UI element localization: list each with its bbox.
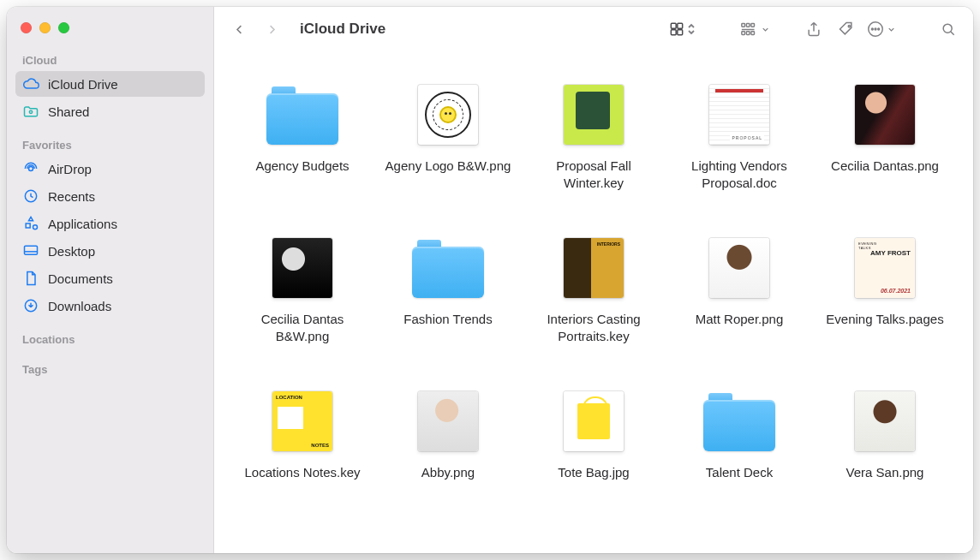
file-item[interactable]: Interiors Casting Portraits.key	[521, 232, 666, 344]
window-title: iCloud Drive	[300, 21, 385, 38]
svg-rect-10	[746, 24, 750, 27]
file-item[interactable]: Vera San.png	[812, 385, 958, 481]
svg-rect-13	[746, 32, 750, 35]
svg-point-17	[871, 28, 873, 30]
back-button[interactable]	[226, 17, 252, 41]
file-item[interactable]: AMY FROST06.07.2021 Evening Talks.pages	[812, 232, 958, 344]
file-item[interactable]: Lighting Vendors Proposal.doc	[666, 79, 812, 191]
clock-icon	[22, 188, 39, 205]
sidebar-item-label: Applications	[48, 217, 117, 231]
shared-folder-icon	[22, 103, 39, 120]
sidebar-item-downloads[interactable]: Downloads	[15, 293, 205, 319]
file-thumbnail	[564, 85, 624, 145]
file-item[interactable]: Cecilia Dantas.png	[812, 79, 958, 191]
grid-icon	[668, 21, 685, 38]
sidebar-item-documents[interactable]: Documents	[15, 265, 205, 291]
file-item[interactable]: Abby.png	[375, 385, 521, 481]
section-icloud-label: iCloud	[15, 49, 205, 70]
sidebar-item-label: Desktop	[48, 244, 95, 259]
window-controls	[15, 17, 205, 49]
file-item[interactable]: Agency Budgets	[230, 79, 375, 191]
sidebar: iCloud iCloud Drive Shared Favorites Air…	[7, 7, 214, 553]
svg-rect-11	[751, 24, 755, 27]
section-tags-label: Tags	[15, 358, 205, 379]
sidebar-item-label: iCloud Drive	[48, 77, 118, 92]
file-label: Fashion Trends	[403, 311, 492, 328]
section-favorites-label: Favorites	[15, 134, 205, 155]
file-grid-area: Agency Budgets Ageny Logo B&W.png Propos…	[214, 51, 973, 553]
file-label: Lighting Vendors Proposal.doc	[671, 158, 808, 191]
file-thumbnail	[272, 238, 332, 298]
file-item[interactable]: Talent Deck	[666, 385, 812, 481]
file-label: Matt Roper.png	[696, 311, 784, 328]
folder-icon	[412, 238, 484, 298]
svg-rect-8	[678, 30, 683, 35]
sidebar-item-applications[interactable]: Applications	[15, 211, 205, 236]
chevron-updown-icon	[687, 23, 696, 35]
file-label: Ageny Logo B&W.png	[385, 158, 511, 175]
folder-icon	[266, 85, 338, 145]
svg-point-18	[875, 28, 876, 30]
close-button[interactable]	[21, 22, 32, 33]
file-thumbnail	[418, 85, 478, 145]
sidebar-item-label: Documents	[48, 271, 113, 286]
file-item[interactable]: Cecilia Dantas B&W.png	[230, 232, 375, 344]
file-item[interactable]: Matt Roper.png	[666, 232, 812, 344]
file-thumbnail	[564, 238, 624, 298]
file-label: Evening Talks.pages	[826, 311, 943, 328]
chevron-down-icon	[887, 25, 896, 34]
file-label: Cecilia Dantas B&W.png	[234, 311, 371, 344]
file-thumbnail	[418, 391, 478, 451]
svg-rect-5	[671, 23, 676, 28]
sidebar-item-label: Shared	[48, 104, 89, 119]
file-thumbnail	[272, 391, 332, 451]
sidebar-item-airdrop[interactable]: AirDrop	[15, 156, 205, 182]
svg-rect-9	[742, 24, 745, 27]
file-label: Vera San.png	[846, 464, 924, 481]
file-label: Locations Notes.key	[244, 464, 360, 481]
file-item[interactable]: Proposal Fall Winter.key	[521, 79, 666, 191]
more-actions-button[interactable]	[866, 20, 896, 39]
chevron-down-icon	[761, 25, 770, 34]
sidebar-item-shared[interactable]: Shared	[15, 98, 205, 124]
search-button[interactable]	[935, 17, 961, 41]
sidebar-item-recents[interactable]: Recents	[15, 183, 205, 209]
desktop-icon	[22, 242, 39, 259]
tags-button[interactable]	[834, 17, 859, 41]
file-item[interactable]: Locations Notes.key	[230, 385, 375, 481]
svg-rect-3	[25, 246, 38, 254]
file-label: Talent Deck	[706, 464, 773, 481]
minimize-button[interactable]	[39, 22, 51, 33]
document-icon	[22, 270, 39, 287]
file-item[interactable]: Fashion Trends	[375, 232, 521, 344]
file-label: Tote Bag.jpg	[558, 464, 629, 481]
file-item[interactable]: Tote Bag.jpg	[521, 385, 666, 481]
svg-rect-14	[751, 32, 755, 35]
file-label: Proposal Fall Winter.key	[525, 158, 662, 191]
group-icon	[740, 21, 759, 38]
file-thumbnail: AMY FROST06.07.2021	[855, 238, 915, 298]
sidebar-item-label: Downloads	[48, 299, 111, 313]
file-thumbnail	[564, 391, 624, 451]
svg-point-19	[878, 28, 880, 30]
view-mode-control[interactable]	[668, 21, 696, 38]
cloud-icon	[22, 75, 39, 92]
toolbar: iCloud Drive	[214, 7, 973, 51]
file-thumbnail	[709, 238, 769, 298]
sidebar-item-icloud-drive[interactable]: iCloud Drive	[15, 71, 205, 97]
folder-icon	[703, 391, 775, 451]
file-item[interactable]: Ageny Logo B&W.png	[375, 79, 521, 191]
svg-point-0	[29, 110, 32, 113]
forward-button[interactable]	[259, 17, 284, 41]
share-button[interactable]	[801, 17, 827, 41]
file-label: Cecilia Dantas.png	[831, 158, 939, 175]
download-icon	[22, 297, 39, 314]
apps-icon	[22, 215, 39, 232]
section-locations-label: Locations	[15, 328, 205, 349]
fullscreen-button[interactable]	[58, 22, 69, 33]
group-by-control[interactable]	[740, 21, 770, 38]
svg-rect-12	[742, 32, 745, 35]
ellipsis-circle-icon	[866, 20, 885, 39]
svg-point-1	[29, 167, 33, 171]
sidebar-item-desktop[interactable]: Desktop	[15, 238, 205, 264]
